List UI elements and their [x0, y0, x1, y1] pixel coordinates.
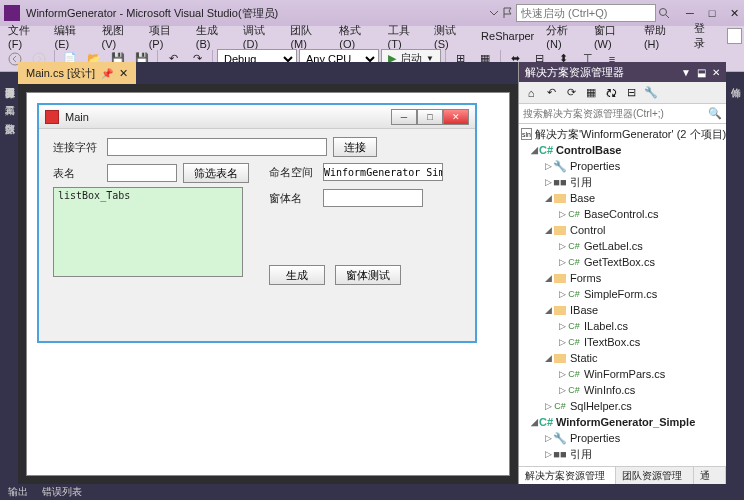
right-tool-tabs: 修饰 — [726, 72, 744, 484]
tab-datasources[interactable]: 数据源 — [0, 112, 18, 120]
cs-icon: C# — [567, 336, 581, 348]
solution-node[interactable]: 解决方案'WinformGenerator' (2 个项目) — [535, 127, 726, 142]
tab-close-icon[interactable]: ✕ — [119, 67, 128, 80]
search-icon[interactable] — [658, 7, 670, 19]
winform-main[interactable]: Main ─ □ ✕ 连接字符 连接 表名 — [37, 103, 477, 343]
ftab-team[interactable]: 团队资源管理器 — [616, 467, 694, 484]
menu-tools[interactable]: 工具(T) — [382, 21, 428, 52]
label-formname: 窗体名 — [269, 191, 317, 206]
form-min-button[interactable]: ─ — [391, 109, 417, 125]
menu-format[interactable]: 格式(O) — [333, 21, 381, 52]
ftab-solex[interactable]: 解决方案资源管理器 — [519, 467, 616, 484]
ftab-notif[interactable]: 通知 — [694, 467, 726, 484]
node-properties-2[interactable]: Properties — [570, 432, 620, 444]
close-button[interactable]: ✕ — [728, 7, 740, 19]
quick-launch-input[interactable] — [516, 4, 656, 22]
pin-icon[interactable]: 📌 — [101, 68, 113, 79]
node-references-2[interactable]: 引用 — [570, 447, 592, 462]
design-surface[interactable]: Main ─ □ ✕ 连接字符 连接 表名 — [26, 92, 510, 476]
button-connect[interactable]: 连接 — [333, 137, 377, 157]
se-showall-icon[interactable]: ▦ — [583, 85, 599, 101]
input-namespace[interactable] — [323, 163, 443, 181]
input-formname[interactable] — [323, 189, 423, 207]
input-table[interactable] — [107, 164, 177, 182]
status-errors[interactable]: 错误列表 — [42, 485, 82, 499]
folder-icon — [554, 194, 566, 203]
cs-icon: C# — [567, 384, 581, 396]
se-sync-icon[interactable]: ⟳ — [563, 85, 579, 101]
project-winformgenerator-simple[interactable]: WinformGenerator_Simple — [556, 416, 695, 428]
solex-header: 解决方案资源管理器 ▼ ⬓ ✕ — [519, 62, 726, 82]
solex-dropdown-icon[interactable]: ▼ — [681, 67, 691, 78]
folder-ibase[interactable]: IBase — [570, 304, 598, 316]
file-gettextbox[interactable]: GetTextBox.cs — [584, 256, 655, 268]
project-icon: C# — [539, 144, 553, 156]
se-collapse-icon[interactable]: ⊟ — [623, 85, 639, 101]
folder-control[interactable]: Control — [570, 224, 605, 236]
solex-footer-tabs: 解决方案资源管理器 团队资源管理器 通知 — [519, 466, 726, 484]
svg-point-0 — [660, 9, 667, 16]
button-generate[interactable]: 生成 — [269, 265, 325, 285]
menu-bar: 文件(F) 编辑(E) 视图(V) 项目(P) 生成(B) 调试(D) 团队(M… — [0, 26, 744, 46]
form-icon — [45, 110, 59, 124]
form-max-button[interactable]: □ — [417, 109, 443, 125]
cs-icon: C# — [553, 400, 567, 412]
file-ilabel[interactable]: ILabel.cs — [584, 320, 628, 332]
node-properties[interactable]: Properties — [570, 160, 620, 172]
node-references[interactable]: 引用 — [570, 175, 592, 190]
se-prop-icon[interactable]: 🔧 — [643, 85, 659, 101]
window-title: WinformGenerator - Microsoft Visual Stud… — [26, 6, 278, 21]
vs-icon — [4, 5, 20, 21]
tab-main-designer[interactable]: Main.cs [设计] 📌 ✕ — [18, 62, 136, 84]
menu-help[interactable]: 帮助(H) — [638, 21, 686, 52]
ref-icon: ■■ — [553, 176, 567, 188]
tab-decorate[interactable]: 修饰 — [726, 76, 744, 84]
solex-search[interactable]: 🔍 — [519, 104, 726, 124]
cs-icon: C# — [567, 256, 581, 268]
tab-toolbox[interactable]: 工具箱 — [0, 94, 18, 102]
tab-server-explorer[interactable]: 服务器资源管理器 — [0, 76, 18, 84]
folder-icon — [554, 274, 566, 283]
file-basecontrol[interactable]: BaseControl.cs — [584, 208, 659, 220]
button-test[interactable]: 窗体测试 — [335, 265, 401, 285]
maximize-button[interactable]: □ — [706, 7, 718, 19]
search-icon[interactable]: 🔍 — [708, 107, 722, 120]
form-title: Main — [65, 111, 89, 123]
tab-label: Main.cs [设计] — [26, 66, 95, 81]
menu-resharper[interactable]: ReSharper — [475, 28, 540, 44]
login-link[interactable]: 登录 — [686, 19, 723, 53]
minimize-button[interactable]: ─ — [684, 7, 696, 19]
file-sqlhelper[interactable]: SqlHelper.cs — [570, 400, 632, 412]
se-refresh-icon[interactable]: 🗘 — [603, 85, 619, 101]
button-filter[interactable]: 筛选表名 — [183, 163, 249, 183]
file-simpleform[interactable]: SimpleForm.cs — [584, 288, 657, 300]
folder-static[interactable]: Static — [570, 352, 598, 364]
listbox-tabs[interactable]: listBox_Tabs — [53, 187, 243, 277]
file-getlabel[interactable]: GetLabel.cs — [584, 240, 643, 252]
menu-team[interactable]: 团队(M) — [284, 21, 333, 52]
project-controlbase[interactable]: ControlBase — [556, 144, 621, 156]
solution-tree[interactable]: sln解决方案'WinformGenerator' (2 个项目) ◢C#Con… — [519, 124, 726, 466]
file-wininfo[interactable]: WinInfo.cs — [584, 384, 635, 396]
solution-explorer: 解决方案资源管理器 ▼ ⬓ ✕ ⌂ ↶ ⟳ ▦ 🗘 ⊟ 🔧 🔍 sln解决方案'… — [518, 62, 726, 484]
solex-toolbar: ⌂ ↶ ⟳ ▦ 🗘 ⊟ 🔧 — [519, 82, 726, 104]
file-itextbox[interactable]: ITextBox.cs — [584, 336, 640, 348]
solex-title: 解决方案资源管理器 — [525, 65, 624, 80]
cs-icon: C# — [567, 240, 581, 252]
folder-base[interactable]: Base — [570, 192, 595, 204]
form-close-button[interactable]: ✕ — [443, 109, 469, 125]
file-winformpars[interactable]: WinFormPars.cs — [584, 368, 665, 380]
input-conn[interactable] — [107, 138, 327, 156]
dropdown-icon[interactable] — [488, 7, 500, 19]
se-home-icon[interactable]: ⌂ — [523, 85, 539, 101]
menu-debug[interactable]: 调试(D) — [237, 21, 285, 52]
cs-icon: C# — [567, 208, 581, 220]
solex-search-input[interactable] — [523, 108, 708, 119]
status-output[interactable]: 输出 — [8, 485, 28, 499]
se-back-icon[interactable]: ↶ — [543, 85, 559, 101]
solex-pin-icon[interactable]: ⬓ — [697, 67, 706, 78]
solex-close-icon[interactable]: ✕ — [712, 67, 720, 78]
flag-icon[interactable] — [502, 7, 514, 19]
folder-forms[interactable]: Forms — [570, 272, 601, 284]
user-icon[interactable] — [727, 28, 742, 44]
